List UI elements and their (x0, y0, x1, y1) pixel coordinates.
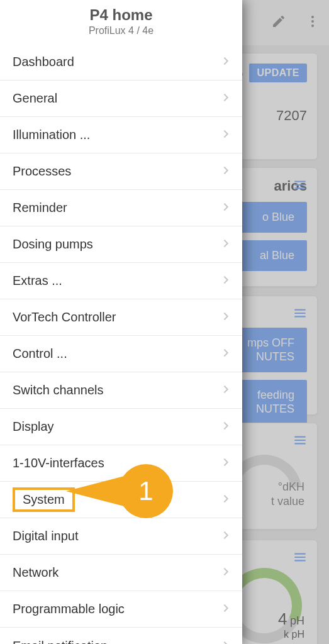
menu-item-dosing-pumps[interactable]: Dosing pumps (0, 226, 242, 263)
chevron-right-icon (221, 274, 231, 288)
menu-label: Switch channels (13, 383, 104, 397)
drawer-subtitle: ProfiLux 4 / 4e (10, 25, 232, 36)
chevron-right-icon (221, 347, 231, 361)
menu-item-programmable-logic[interactable]: Programmable logic (0, 591, 242, 628)
chevron-right-icon (221, 529, 231, 543)
nav-drawer: P4 home ProfiLux 4 / 4e Dashboard Genera… (0, 0, 242, 644)
drawer-menu: Dashboard General Illumination ... Proce… (0, 44, 242, 644)
menu-label: Digital input (13, 529, 79, 543)
menu-item-reminder[interactable]: Reminder (0, 190, 242, 226)
chevron-right-icon (221, 128, 231, 142)
menu-label: Illumination ... (13, 128, 90, 142)
chevron-right-icon (221, 310, 231, 325)
chevron-right-icon (221, 639, 231, 645)
menu-item-display[interactable]: Display (0, 409, 242, 445)
menu-label: System (13, 487, 75, 512)
chevron-right-icon (221, 419, 231, 434)
chevron-right-icon (221, 91, 231, 106)
chevron-right-icon (221, 602, 231, 616)
menu-item-general[interactable]: General (0, 80, 242, 117)
chevron-right-icon (221, 55, 231, 69)
chevron-right-icon (221, 383, 231, 397)
menu-label: Control ... (13, 347, 67, 361)
menu-label: 1-10V-interfaces (13, 456, 104, 470)
menu-item-1-10v[interactable]: 1-10V-interfaces (0, 445, 242, 482)
chevron-right-icon (221, 201, 231, 215)
menu-label: Processes (13, 164, 71, 179)
menu-item-system[interactable]: System (0, 482, 242, 518)
menu-label: Extras ... (13, 274, 62, 288)
menu-item-switch-channels[interactable]: Switch channels (0, 372, 242, 409)
drawer-title: P4 home (10, 6, 232, 24)
chevron-right-icon (221, 565, 231, 580)
menu-item-control[interactable]: Control ... (0, 336, 242, 372)
menu-item-extras[interactable]: Extras ... (0, 263, 242, 299)
menu-label: VorTech Controller (13, 310, 116, 325)
drawer-header: P4 home ProfiLux 4 / 4e (0, 0, 242, 44)
menu-label: Email notification (13, 639, 108, 645)
chevron-right-icon (221, 237, 231, 252)
menu-label: Dashboard (13, 55, 74, 69)
chevron-right-icon (221, 164, 231, 179)
menu-label: Programmable logic (13, 602, 125, 616)
menu-label: General (13, 91, 57, 106)
chevron-right-icon (221, 456, 231, 470)
menu-label: Reminder (13, 201, 67, 215)
menu-item-dashboard[interactable]: Dashboard (0, 44, 242, 80)
menu-label: Network (13, 565, 59, 580)
menu-item-processes[interactable]: Processes (0, 153, 242, 190)
menu-item-email-notification[interactable]: Email notification (0, 628, 242, 644)
chevron-right-icon (221, 492, 231, 507)
menu-item-digital-input[interactable]: Digital input (0, 518, 242, 555)
menu-item-illumination[interactable]: Illumination ... (0, 117, 242, 153)
menu-label: Display (13, 419, 54, 434)
menu-label: Dosing pumps (13, 237, 93, 252)
menu-item-network[interactable]: Network (0, 555, 242, 591)
menu-item-vortech[interactable]: VorTech Controller (0, 299, 242, 336)
